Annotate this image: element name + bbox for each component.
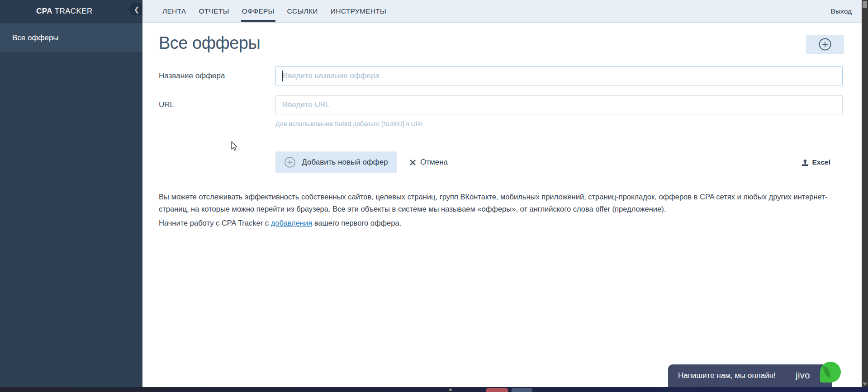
nav-tabs: ЛЕНТА ОТЧЕТЫ ОФФЕРЫ ССЫЛКИ ИНСТРУМЕНТЫ — [156, 0, 393, 22]
add-offer-link[interactable]: добавления — [271, 219, 313, 227]
app-window: CPA TRACKER ❮ ЛЕНТА ОТЧЕТЫ ОФФЕРЫ ССЫЛКИ… — [0, 0, 868, 392]
scrollbar-thumb[interactable] — [863, 1, 867, 8]
page-title: Все офферы — [159, 33, 260, 53]
tab-instrumenty[interactable]: ИНСТРУМЕНТЫ — [324, 0, 393, 22]
add-new-offer-label: Добавить новый оффер — [302, 158, 388, 167]
scrollbar-down-arrow-icon[interactable] — [863, 383, 867, 386]
tab-lenta[interactable]: ЛЕНТА — [156, 0, 193, 22]
offer-name-input[interactable] — [275, 66, 843, 85]
sidebar-item-all-offers[interactable]: Все офферы — [0, 24, 142, 52]
tab-ssylki[interactable]: ССЫЛКИ — [281, 0, 324, 22]
plus-circle-icon — [818, 38, 832, 51]
sidebar-collapse-button[interactable]: ❮ — [128, 3, 142, 15]
app-logo-rest: TRACKER — [52, 7, 93, 15]
top-navigation: ЛЕНТА ОТЧЕТЫ ОФФЕРЫ ССЫЛКИ ИНСТРУМЕНТЫ В… — [142, 0, 862, 23]
taskbar-app-red[interactable] — [486, 388, 508, 392]
tab-offery[interactable]: ОФФЕРЫ — [236, 0, 281, 22]
taskbar-app-blue[interactable] — [512, 388, 532, 392]
offer-name-label: Название оффера — [159, 71, 225, 80]
get-started-after: вашего первого оффера. — [312, 219, 401, 227]
chat-widget[interactable]: Напишите нам, мы онлайн! jivo — [668, 364, 832, 387]
get-started-before: Начните работу с CPA Tracker с — [159, 219, 271, 227]
main-content: Все офферы Название оффера URL Для испол… — [142, 23, 862, 392]
subid-hint: Для использования SubId добавьте [SUBID]… — [275, 120, 424, 128]
cancel-label: Отмена — [420, 158, 448, 167]
upload-icon — [802, 159, 809, 166]
close-icon — [409, 159, 416, 166]
taskbar — [0, 387, 868, 392]
sidebar: Все офферы — [0, 23, 142, 392]
chat-message: Напишите нам, мы онлайн! — [678, 371, 776, 380]
text-caret — [282, 71, 283, 81]
url-label: URL — [159, 100, 174, 109]
get-started-paragraph: Начните работу с CPA Tracker с добавлени… — [159, 217, 835, 229]
add-offer-toggle-button[interactable] — [806, 35, 844, 54]
cancel-button[interactable]: Отмена — [409, 156, 448, 168]
jivo-logo: jivo — [796, 370, 810, 381]
logout-link[interactable]: Выход — [831, 7, 852, 15]
excel-export-button[interactable]: Excel — [802, 157, 830, 167]
app-logo-bold: CPA — [36, 7, 52, 15]
offer-name-field-wrap — [275, 66, 843, 85]
add-new-offer-button[interactable]: Добавить новый оффер — [275, 151, 397, 173]
url-field-wrap — [275, 95, 843, 114]
app-logo: CPA TRACKER — [36, 7, 93, 16]
excel-label: Excel — [812, 158, 830, 166]
chevron-left-icon: ❮ — [134, 6, 140, 13]
vertical-scrollbar[interactable] — [862, 0, 868, 392]
intro-paragraph: Вы можете отслеживать эффективность собс… — [159, 191, 835, 215]
url-input[interactable] — [275, 95, 843, 114]
topbar-brand-area: CPA TRACKER ❮ — [0, 0, 142, 23]
jivo-leaf-icon[interactable] — [820, 362, 841, 383]
tab-otchety[interactable]: ОТЧЕТЫ — [193, 0, 236, 22]
taskbar-dot — [449, 388, 452, 391]
sidebar-item-label: Все офферы — [12, 33, 59, 43]
plus-circle-icon — [284, 156, 296, 168]
